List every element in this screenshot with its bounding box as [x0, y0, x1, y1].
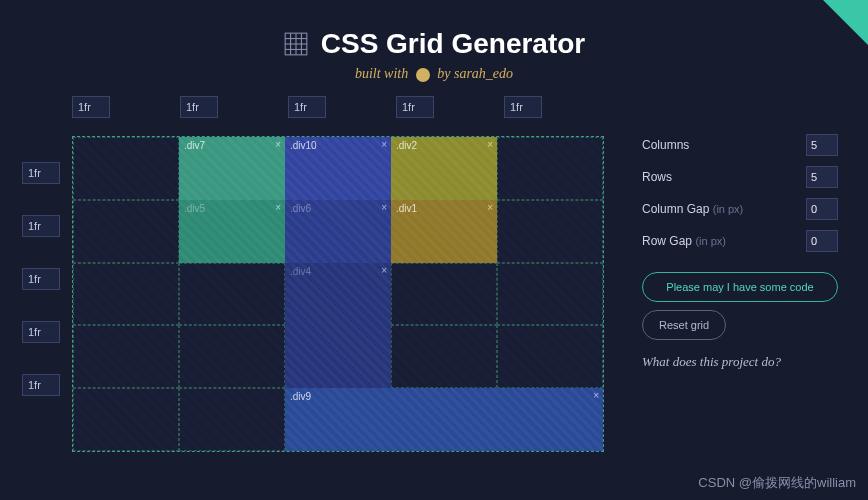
- label-column-gap: Column Gap (in px): [642, 202, 743, 216]
- row-unit-2[interactable]: [22, 268, 60, 290]
- project-info-link[interactable]: What does this project do?: [642, 354, 838, 370]
- input-rows[interactable]: [806, 166, 838, 188]
- px-hint: (in px): [713, 203, 744, 215]
- row-unit-inputs: [22, 162, 60, 396]
- div-label: .div9: [290, 391, 311, 402]
- col-unit-2[interactable]: [288, 96, 326, 118]
- grid-cell[interactable]: [391, 263, 497, 326]
- placed-div9[interactable]: .div9×: [285, 388, 603, 451]
- close-icon[interactable]: ×: [487, 202, 493, 213]
- field-row-gap: Row Gap (in px): [642, 230, 838, 252]
- col-unit-1[interactable]: [180, 96, 218, 118]
- grid-canvas[interactable]: .div7× .div10× .div2× .div5× .div6× .div…: [72, 136, 604, 452]
- subtitle-author[interactable]: by sarah_edo: [434, 66, 513, 81]
- reset-button[interactable]: Reset grid: [642, 310, 726, 340]
- grid-cell[interactable]: [179, 325, 285, 388]
- col-unit-3[interactable]: [396, 96, 434, 118]
- field-columns: Columns: [642, 134, 838, 156]
- close-icon[interactable]: ×: [381, 139, 387, 150]
- close-icon[interactable]: ×: [593, 390, 599, 401]
- grid-cell[interactable]: [497, 325, 603, 388]
- placed-div2[interactable]: .div2×: [391, 137, 497, 200]
- grid-cell[interactable]: [391, 325, 497, 388]
- grid-cell[interactable]: [73, 325, 179, 388]
- grid-cell[interactable]: [73, 263, 179, 326]
- grid-cell[interactable]: [497, 263, 603, 326]
- field-column-gap: Column Gap (in px): [642, 198, 838, 220]
- input-row-gap[interactable]: [806, 230, 838, 252]
- div-label: .div5: [184, 203, 205, 214]
- heart-icon: [416, 68, 430, 82]
- github-corner[interactable]: [823, 0, 868, 45]
- subtitle-prefix: built with: [355, 66, 412, 81]
- grid-cell[interactable]: [497, 137, 603, 200]
- div-label: .div1: [396, 203, 417, 214]
- close-icon[interactable]: ×: [275, 202, 281, 213]
- grid-cell[interactable]: [73, 137, 179, 200]
- div-label: .div10: [290, 140, 317, 151]
- grid-cell[interactable]: [179, 263, 285, 326]
- watermark: CSDN @偷拨网线的william: [698, 474, 856, 492]
- row-unit-1[interactable]: [22, 215, 60, 237]
- div-label: .div4: [290, 266, 311, 277]
- grid-editor: .div7× .div10× .div2× .div5× .div6× .div…: [22, 96, 612, 452]
- label-columns: Columns: [642, 138, 689, 152]
- close-icon[interactable]: ×: [487, 139, 493, 150]
- sidebar: Columns Rows Column Gap (in px) Row Gap …: [642, 96, 838, 370]
- header: CSS Grid Generator built with by sarah_e…: [0, 0, 868, 82]
- row-unit-3[interactable]: [22, 321, 60, 343]
- placed-div5[interactable]: .div5×: [179, 200, 285, 263]
- div-label: .div6: [290, 203, 311, 214]
- placed-div6[interactable]: .div6×: [285, 200, 391, 263]
- close-icon[interactable]: ×: [275, 139, 281, 150]
- close-icon[interactable]: ×: [381, 202, 387, 213]
- page-title: CSS Grid Generator: [321, 28, 586, 60]
- div-label: .div7: [184, 140, 205, 151]
- grid-cell[interactable]: [497, 200, 603, 263]
- placed-div1[interactable]: .div1×: [391, 200, 497, 263]
- div-label: .div2: [396, 140, 417, 151]
- row-unit-0[interactable]: [22, 162, 60, 184]
- subtitle: built with by sarah_edo: [0, 66, 868, 82]
- row-unit-4[interactable]: [22, 374, 60, 396]
- placed-div7[interactable]: .div7×: [179, 137, 285, 200]
- px-hint: (in px): [695, 235, 726, 247]
- label-rows: Rows: [642, 170, 672, 184]
- col-unit-4[interactable]: [504, 96, 542, 118]
- code-button[interactable]: Please may I have some code: [642, 272, 838, 302]
- grid-cell[interactable]: [179, 388, 285, 451]
- placed-div4[interactable]: .div4×: [285, 263, 391, 389]
- column-unit-inputs: [72, 96, 612, 118]
- grid-cell[interactable]: [73, 388, 179, 451]
- grid-cell[interactable]: [73, 200, 179, 263]
- grid-logo-icon: [283, 31, 309, 57]
- field-rows: Rows: [642, 166, 838, 188]
- input-columns[interactable]: [806, 134, 838, 156]
- placed-div10[interactable]: .div10×: [285, 137, 391, 200]
- input-column-gap[interactable]: [806, 198, 838, 220]
- col-unit-0[interactable]: [72, 96, 110, 118]
- label-row-gap: Row Gap (in px): [642, 234, 726, 248]
- close-icon[interactable]: ×: [381, 265, 387, 276]
